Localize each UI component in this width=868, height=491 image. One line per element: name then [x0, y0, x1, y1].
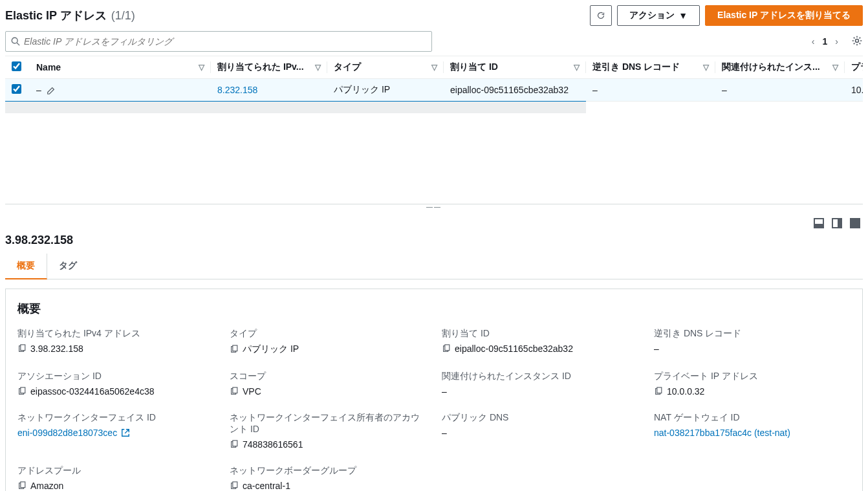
eip-table: Name▽ 割り当てられた IPv...▽ タイプ▽ 割り当て ID▽ 逆引き …: [5, 56, 863, 113]
copy-icon[interactable]: [442, 344, 451, 353]
settings-gear-button[interactable]: [851, 35, 863, 49]
pager-next[interactable]: ›: [835, 36, 838, 47]
nat-gw-link[interactable]: nat-038217bba175fac4c (test-nat): [654, 428, 790, 438]
field-type: タイプ パブリック IP: [230, 328, 426, 355]
page-title-count: (1/1): [111, 9, 135, 22]
ni-id-link[interactable]: eni-099d82d8e18073cec: [17, 428, 117, 438]
summary-panel: 概要 割り当てられた IPv4 アドレス 3.98.232.158 タイプ パブ…: [5, 289, 863, 492]
svg-rect-6: [233, 345, 237, 351]
svg-rect-20: [233, 481, 237, 487]
pager-prev[interactable]: ‹: [812, 36, 815, 47]
details-tabs: 概要 タグ: [5, 254, 863, 279]
field-private-ip: プライベート IP アドレス 10.0.0.32: [654, 371, 851, 397]
svg-rect-4: [21, 344, 25, 350]
layout-bottom-icon[interactable]: [814, 218, 824, 228]
row-instance: –: [715, 79, 845, 102]
row-allocation-id: eipalloc-09c51165cbe32ab32: [444, 79, 586, 102]
svg-rect-12: [233, 387, 237, 393]
pager: ‹ 1 ›: [812, 35, 863, 49]
svg-line-1: [17, 43, 19, 45]
details-ip-title: 3.98.232.158: [5, 231, 863, 254]
refresh-button[interactable]: [590, 5, 612, 26]
actions-dropdown-button[interactable]: アクション ▼: [617, 5, 700, 26]
external-link-icon: [121, 428, 130, 437]
field-border-group: ネットワークボーダーグループ ca-central-1: [230, 465, 426, 491]
copy-icon[interactable]: [654, 387, 663, 396]
filter-box[interactable]: [5, 31, 432, 52]
pager-page: 1: [823, 36, 828, 47]
svg-point-0: [12, 38, 17, 43]
svg-rect-14: [657, 387, 662, 393]
split-handle[interactable]: [5, 204, 863, 213]
svg-rect-10: [21, 387, 25, 393]
layout-full-icon[interactable]: [850, 218, 860, 228]
layout-side-icon[interactable]: [832, 218, 842, 228]
field-ni-owner: ネットワークインターフェイス所有者のアカウント ID 748838616561: [230, 412, 426, 450]
field-scope: スコープ VPC: [230, 371, 426, 397]
copy-icon[interactable]: [17, 481, 27, 490]
col-allocated-ip[interactable]: 割り当てられた IPv...▽: [211, 56, 327, 79]
field-public-dns: パブリック DNS –: [442, 412, 638, 450]
table-row[interactable]: – 8.232.158 パブリック IP eipalloc-09c51165cb…: [5, 79, 863, 102]
copy-icon[interactable]: [17, 344, 27, 353]
table-spacer-row: [5, 102, 863, 113]
actions-label: アクション: [629, 10, 675, 21]
col-instance[interactable]: 関連付けられたインス...▽: [715, 56, 845, 79]
field-addr-pool: アドレスプール Amazon: [17, 465, 214, 491]
allocate-eip-button[interactable]: Elastic IP アドレスを割り当てる: [705, 5, 863, 26]
edit-icon[interactable]: [47, 86, 56, 95]
grip-icon: [426, 207, 442, 210]
search-icon: [11, 37, 20, 46]
col-name[interactable]: Name▽: [30, 56, 211, 79]
caret-down-icon: ▼: [678, 10, 688, 21]
svg-rect-8: [445, 344, 450, 350]
tab-tags[interactable]: タグ: [47, 254, 89, 279]
copy-icon[interactable]: [230, 481, 239, 490]
col-private[interactable]: プラ: [845, 56, 863, 79]
filter-input[interactable]: [24, 36, 426, 47]
field-allocated-ipv4: 割り当てられた IPv4 アドレス 3.98.232.158: [17, 328, 214, 355]
gear-icon: [851, 35, 863, 47]
tab-summary[interactable]: 概要: [5, 254, 47, 279]
col-type[interactable]: タイプ▽: [327, 56, 444, 79]
row-rdns: –: [586, 79, 715, 102]
row-allocated-ip[interactable]: 8.232.158: [217, 85, 257, 95]
row-name-value: –: [36, 85, 41, 95]
row-private: 10.0: [845, 79, 863, 102]
field-ni-id: ネットワークインターフェイス ID eni-099d82d8e18073cec: [17, 412, 214, 450]
col-allocation-id[interactable]: 割り当て ID▽: [444, 56, 586, 79]
copy-icon[interactable]: [230, 345, 239, 354]
svg-rect-16: [233, 440, 237, 446]
copy-icon[interactable]: [17, 387, 27, 396]
field-allocation-id: 割り当て ID eipalloc-09c51165cbe32ab32: [442, 328, 638, 355]
field-association-id: アソシエーション ID eipassoc-0324416a5062e4c38: [17, 371, 214, 397]
field-rdns: 逆引き DNS レコード –: [654, 328, 851, 355]
svg-point-2: [856, 39, 859, 42]
table-header: Name▽ 割り当てられた IPv...▽ タイプ▽ 割り当て ID▽ 逆引き …: [5, 56, 863, 79]
page-title: Elastic IP アドレス (1/1): [5, 8, 135, 23]
copy-icon[interactable]: [230, 440, 239, 449]
summary-panel-title: 概要: [17, 301, 851, 316]
select-all-checkbox[interactable]: [12, 61, 21, 71]
field-nat-gw: NAT ゲートウェイ ID nat-038217bba175fac4c (tes…: [654, 412, 851, 450]
copy-icon[interactable]: [230, 387, 239, 396]
refresh-icon: [597, 10, 605, 21]
svg-rect-18: [21, 481, 25, 487]
details-header: [5, 213, 863, 231]
row-checkbox[interactable]: [12, 84, 21, 94]
page-header: Elastic IP アドレス (1/1) アクション ▼ Elastic IP…: [5, 5, 863, 26]
col-rdns[interactable]: 逆引き DNS レコード▽: [586, 56, 715, 79]
row-type: パブリック IP: [327, 79, 444, 102]
field-instance-id: 関連付けられたインスタンス ID –: [442, 371, 638, 397]
